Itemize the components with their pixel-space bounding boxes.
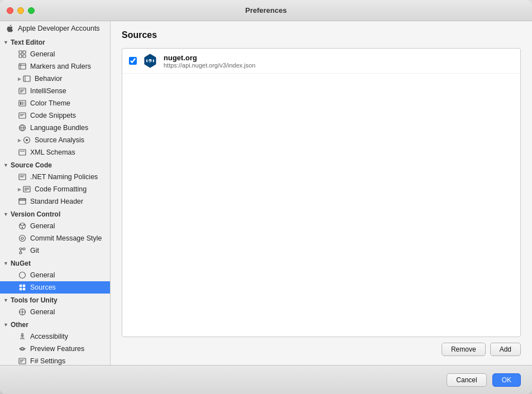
window-title: Preferences: [245, 6, 286, 15]
sidebar-item-ng-general[interactable]: General: [0, 269, 110, 281]
commit-icon: [18, 234, 27, 243]
formatting-icon: [22, 185, 31, 194]
te-language-bundles-label: Language Bundles: [30, 124, 88, 132]
source-name: nuget.org: [164, 54, 256, 62]
svg-point-42: [20, 248, 22, 250]
svg-rect-15: [22, 102, 23, 105]
chevron-down-icon5: ▼: [3, 297, 8, 303]
fsharp-label: F# Settings: [30, 357, 65, 365]
chevron-down-icon: ▼: [3, 40, 8, 45]
section-other-label: Other: [11, 321, 28, 329]
section-nuget[interactable]: ▼ NuGet: [0, 257, 110, 269]
sidebar-item-vc-general[interactable]: General: [0, 220, 110, 232]
chevron-down-icon2: ▼: [3, 162, 8, 168]
add-button[interactable]: Add: [490, 343, 521, 356]
markers-icon: [18, 62, 27, 71]
te-xml-schemas-label: XML Schemas: [30, 148, 75, 156]
bottom-buttons: Remove Add: [122, 343, 521, 356]
svg-point-53: [22, 334, 23, 335]
titlebar: Preferences: [0, 0, 532, 21]
svg-point-23: [26, 139, 28, 141]
svg-rect-24: [19, 150, 26, 155]
svg-rect-14: [20, 102, 21, 105]
section-source-code-label: Source Code: [11, 161, 52, 169]
sidebar-item-te-color-theme[interactable]: Color Theme: [0, 97, 110, 109]
ng-sources-icon: [18, 283, 27, 292]
accessibility-icon: [18, 332, 27, 341]
section-source-code[interactable]: ▼ Source Code: [0, 158, 110, 171]
footer: Cancel OK: [0, 365, 532, 394]
svg-rect-16: [23, 102, 25, 105]
te-behavior-label: Behavior: [35, 75, 62, 83]
svg-rect-1: [23, 51, 26, 54]
section-version-control-label: Version Control: [11, 210, 60, 218]
sidebar-item-vc-commit[interactable]: Commit Message Style: [0, 232, 110, 244]
fsharp-icon: [18, 357, 27, 365]
sidebar-item-apple-developer[interactable]: Apple Developer Accounts: [0, 21, 110, 36]
section-version-control[interactable]: ▼ Version Control: [0, 208, 110, 220]
ok-button[interactable]: OK: [492, 373, 521, 387]
sources-list: N nuget.org https://api.nuget.org/v3/ind…: [122, 48, 521, 337]
sidebar-item-te-general[interactable]: General: [0, 48, 110, 60]
header-icon: [18, 197, 27, 206]
svg-point-40: [20, 236, 26, 242]
vc-general-icon: [18, 222, 27, 230]
chevron-right-icon2: ▶: [18, 138, 21, 143]
sidebar-item-sc-naming[interactable]: .NET Naming Policies: [0, 171, 110, 183]
sidebar-item-ng-sources[interactable]: Sources: [0, 281, 110, 294]
te-general-label: General: [30, 50, 55, 58]
sc-formatting-label: Code Formatting: [35, 185, 87, 193]
chevron-down-icon6: ▼: [3, 322, 8, 328]
panel-title: Sources: [122, 30, 521, 40]
remove-button[interactable]: Remove: [442, 343, 486, 356]
sidebar-item-te-markers[interactable]: Markers and Rulers: [0, 60, 110, 73]
section-other[interactable]: ▼ Other: [0, 318, 110, 330]
section-tools-unity[interactable]: ▼ Tools for Unity: [0, 294, 110, 306]
svg-point-45: [20, 272, 26, 278]
svg-rect-49: [23, 288, 25, 290]
minimize-button[interactable]: [17, 7, 24, 14]
sidebar-item-accessibility[interactable]: Accessibility: [0, 330, 110, 343]
source-item-nuget-org[interactable]: N nuget.org https://api.nuget.org/v3/ind…: [122, 49, 520, 74]
preferences-window: Preferences Apple Developer Accounts ▼ T…: [0, 0, 532, 394]
git-icon: [18, 246, 27, 255]
xml-schemas-icon: [18, 148, 27, 157]
section-tools-unity-label: Tools for Unity: [11, 296, 57, 304]
accessibility-label: Accessibility: [30, 333, 68, 340]
source-analysis-icon: [22, 136, 31, 145]
sidebar-item-sc-header[interactable]: Standard Header: [0, 195, 110, 208]
svg-rect-46: [20, 285, 22, 287]
section-text-editor[interactable]: ▼ Text Editor: [0, 36, 110, 48]
sidebar: Apple Developer Accounts ▼ Text Editor G…: [0, 21, 111, 365]
traffic-lights: [7, 7, 35, 14]
sidebar-item-te-xml-schemas[interactable]: XML Schemas: [0, 146, 110, 158]
tfu-general-label: General: [30, 308, 55, 316]
sidebar-item-te-behavior[interactable]: ▶ Behavior: [0, 73, 110, 85]
sidebar-item-te-code-snippets[interactable]: Code Snippets: [0, 109, 110, 122]
svg-rect-34: [19, 199, 26, 200]
te-intellisense-label: IntelliSense: [30, 87, 66, 95]
maximize-button[interactable]: [28, 7, 35, 14]
source-info: nuget.org https://api.nuget.org/v3/index…: [164, 54, 256, 69]
sidebar-item-fsharp[interactable]: F# Settings: [0, 355, 110, 365]
sidebar-item-vc-git[interactable]: Git: [0, 244, 110, 257]
sidebar-item-tfu-general[interactable]: General: [0, 306, 110, 318]
sidebar-item-te-language-bundles[interactable]: Language Bundles: [0, 122, 110, 134]
sidebar-item-te-source-analysis[interactable]: ▶ Source Analysis: [0, 134, 110, 146]
cancel-button[interactable]: Cancel: [447, 373, 486, 387]
vc-git-label: Git: [30, 247, 39, 254]
svg-rect-4: [19, 64, 26, 69]
main-panel: Sources N: [111, 21, 532, 365]
close-button[interactable]: [7, 7, 13, 14]
naming-icon: [18, 172, 27, 181]
main-content: Apple Developer Accounts ▼ Text Editor G…: [0, 21, 532, 365]
sidebar-item-preview-features[interactable]: Preview Features: [0, 343, 110, 355]
apple-developer-label: Apple Developer Accounts: [18, 25, 100, 32]
sidebar-item-sc-formatting[interactable]: ▶ Code Formatting: [0, 183, 110, 195]
svg-point-41: [21, 237, 23, 239]
source-checkbox[interactable]: [129, 57, 137, 65]
section-nuget-label: NuGet: [11, 260, 31, 267]
ng-sources-label: Sources: [30, 284, 56, 291]
svg-rect-2: [19, 55, 22, 57]
sidebar-item-te-intellisense[interactable]: IntelliSense: [0, 85, 110, 97]
